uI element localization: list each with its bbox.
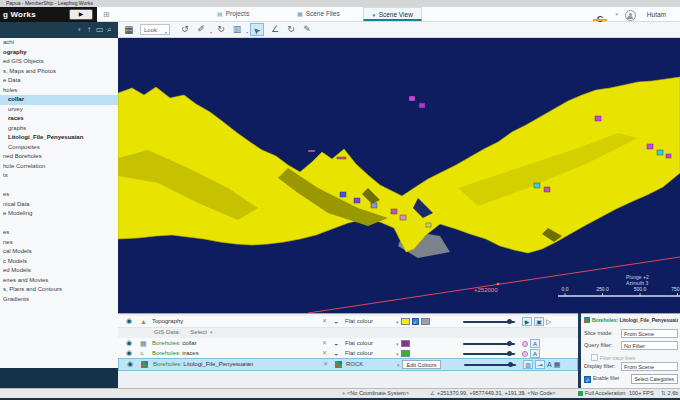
search-icon[interactable]: ⌕ [107, 25, 111, 35]
opacity-slider-knob[interactable] [507, 319, 512, 324]
layer-checkbox[interactable]: ✓ [412, 318, 419, 325]
scene-viewport[interactable]: +252000 0.0250.0500.0750.0 Plunge +2 Azi… [118, 38, 680, 313]
close-icon[interactable]: ✕ [323, 359, 328, 370]
tree-item-e-data[interactable]: e Data [0, 76, 118, 86]
shading-mode-label[interactable]: ROCK [346, 359, 363, 370]
user-avatar-icon[interactable] [625, 10, 636, 21]
chevron-down-icon[interactable]: ▾ [396, 351, 399, 357]
opacity-slider[interactable] [463, 321, 515, 323]
tree-item-ned-boreholes[interactable]: ned Boreholes [0, 152, 118, 162]
annotate-tool-icon[interactable]: ✎ [300, 23, 314, 36]
measure-tool-icon[interactable]: ∠ [268, 23, 282, 36]
chevron-down-icon[interactable]: ▾ [210, 329, 213, 335]
tree-item-cal-models[interactable]: cal Models [0, 247, 118, 257]
label-button[interactable]: A [547, 361, 552, 368]
property-dropdown[interactable]: From Scene [621, 362, 678, 371]
tree-item-ed-models[interactable]: ed Models [0, 266, 118, 276]
opacity-slider-knob[interactable] [507, 351, 512, 356]
chevron-down-icon[interactable]: ▾ [396, 319, 399, 325]
back-icon[interactable]: ‹ [78, 25, 81, 34]
tree-item-enes-and-movies[interactable]: enes and Movies [0, 276, 118, 286]
expand-icon[interactable]: ▭ [96, 25, 104, 34]
tree-item-achi[interactable]: achi [0, 38, 118, 48]
colour-swatch[interactable] [421, 318, 430, 325]
play-button[interactable]: ▶ [522, 317, 532, 326]
shading-mode-label[interactable]: Flat colour [345, 316, 373, 327]
tree-item-s-plans-and-contours[interactable]: s, Plans and Contours [0, 285, 118, 295]
chevron-down-icon[interactable]: ▾ [615, 11, 618, 17]
tree-item[interactable] [0, 181, 118, 191]
coordinate-system-status[interactable]: ⌖<No Coordinate System> [342, 389, 409, 398]
table-button[interactable]: ▦ [554, 361, 561, 369]
property-dropdown[interactable]: From Scene [621, 329, 678, 338]
opacity-slider[interactable] [463, 353, 515, 355]
chevron-down-icon[interactable]: ▾ [396, 341, 399, 347]
tab-scene-files[interactable]: ▦Scene Files [289, 7, 348, 21]
tree-item-composites[interactable]: Composites [0, 143, 118, 153]
tree-item-hole-correlation[interactable]: hole Correlation [0, 162, 118, 172]
layer-row-litologi[interactable]: ◉Boreholes: Litologi_File_Penyesuaian✕RO… [118, 358, 578, 371]
edit-colours-button[interactable]: Edit Colours [402, 360, 442, 369]
property-label: Slice mode: [584, 330, 613, 336]
opacity-slider[interactable] [464, 364, 516, 366]
tree-item-races[interactable]: races [0, 114, 118, 124]
tree-item[interactable] [0, 219, 118, 229]
tree-item-litologi-file-penyesuaian[interactable]: Litologi_File_Penyesuaian [0, 133, 118, 143]
visibility-eye-icon[interactable]: ◉ [127, 360, 133, 368]
opacity-slider-knob[interactable] [508, 362, 513, 367]
label-button[interactable]: A [530, 339, 540, 348]
refresh-tool-icon[interactable]: ↻ [214, 23, 228, 36]
sync-tool-icon[interactable]: ↻ [284, 23, 298, 36]
property-dropdown[interactable]: No Filter [621, 341, 678, 350]
play-outline-button[interactable]: ▷ [546, 318, 551, 326]
visibility-eye-icon[interactable]: ◉ [126, 339, 132, 347]
panel-toggle-icon[interactable]: ⊞ [103, 10, 110, 19]
tree-item-ed-gis-objects[interactable]: ed GIS Objects [0, 57, 118, 67]
tree-item-nical-data[interactable]: nical Data [0, 200, 118, 210]
enable-filter-checkbox[interactable]: ✓ [584, 376, 591, 383]
visibility-eye-icon[interactable]: ◉ [126, 317, 132, 325]
fit-button[interactable]: ⇥ [535, 360, 545, 369]
slicer-tool-icon[interactable]: ▥▾ [230, 23, 244, 36]
close-icon[interactable]: ✕ [322, 316, 327, 327]
colour-swatch[interactable] [401, 340, 410, 347]
tree-item-e-modeling[interactable]: e Modeling [0, 209, 118, 219]
gis-data-select[interactable]: Select [190, 329, 207, 335]
orbit-tool-icon[interactable]: ↺ [178, 23, 192, 36]
tree-item-nes[interactable]: nes [0, 238, 118, 248]
tree-item-ts[interactable]: ts [0, 171, 118, 181]
slideshow-button[interactable]: ▣ [534, 317, 544, 326]
legend-button[interactable]: ▥ [523, 360, 533, 369]
draw-tool-icon[interactable]: ✐▾ [194, 23, 208, 36]
tree-item-es[interactable]: es [0, 228, 118, 238]
select-categories-button[interactable]: Select Categories [631, 374, 678, 384]
look-mode-select[interactable]: Look ▾ [140, 24, 170, 35]
up-icon[interactable]: ↑ [87, 25, 91, 34]
disc-badge-icon[interactable] [522, 351, 528, 357]
label-button[interactable]: A [530, 349, 540, 358]
tree-item-collar[interactable]: collar [0, 95, 118, 105]
tree-item-gradients[interactable]: Gradients [0, 295, 118, 305]
user-name[interactable]: Hutam [647, 11, 666, 18]
tab-projects[interactable]: ▤Projects [209, 7, 257, 21]
visibility-eye-icon[interactable]: ◉ [126, 349, 132, 357]
tree-item-s-maps-and-photos[interactable]: s, Maps and Photos [0, 67, 118, 77]
tree-item-es[interactable]: es [0, 190, 118, 200]
acceleration-status[interactable]: Full Acceleration [578, 389, 625, 398]
tree-item-c-models[interactable]: c Models [0, 257, 118, 267]
record-button[interactable]: ▶ [69, 9, 93, 20]
tree-item-urvey[interactable]: urvey [0, 105, 118, 115]
disc-badge-icon[interactable] [522, 341, 528, 347]
code-status[interactable]: ✎<No Code> [521, 389, 556, 398]
tree-item-ography[interactable]: ography [0, 48, 118, 58]
colour-swatch[interactable] [401, 350, 410, 357]
opacity-slider[interactable] [463, 343, 515, 345]
tree-item-graphs[interactable]: graphs [0, 124, 118, 134]
chevron-down-icon[interactable]: ▾ [397, 362, 400, 368]
borehole-marker [595, 116, 601, 121]
tab-scene-view[interactable]: ●Scene View [363, 7, 422, 21]
opacity-slider-knob[interactable] [507, 341, 512, 346]
tree-item-holes[interactable]: holes [0, 86, 118, 96]
colour-swatch[interactable] [401, 318, 410, 325]
select-tool-icon[interactable]: ➤ [250, 23, 264, 36]
